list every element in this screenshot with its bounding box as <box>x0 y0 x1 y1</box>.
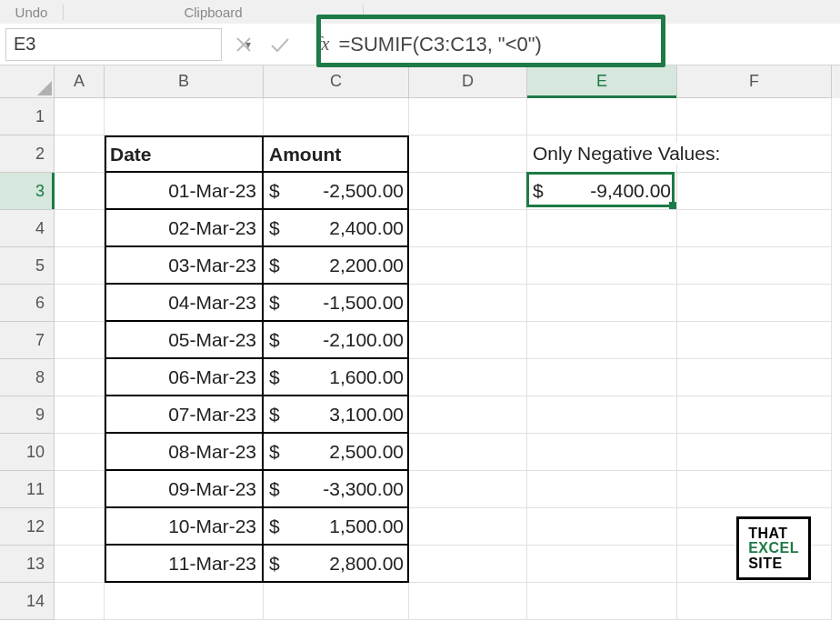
cell-C5[interactable]: $2,200.00 <box>264 247 409 285</box>
name-box-input[interactable] <box>6 33 245 55</box>
cell-B9[interactable]: 07-Mar-23 <box>105 396 264 434</box>
row-header-12[interactable]: 12 <box>0 508 55 546</box>
cell-C3[interactable]: $-2,500.00 <box>264 173 409 210</box>
cell-F6[interactable] <box>677 285 832 322</box>
cell-A11[interactable] <box>55 471 105 508</box>
cell-D5[interactable] <box>409 247 527 285</box>
cell-B11[interactable]: 09-Mar-23 <box>105 471 264 508</box>
col-header-E[interactable]: E <box>527 65 677 98</box>
cell-C11[interactable]: $-3,300.00 <box>264 471 409 508</box>
cell-E1[interactable] <box>527 98 677 135</box>
cell-D11[interactable] <box>409 471 527 508</box>
row-header-14[interactable]: 14 <box>0 583 55 620</box>
cell-C13[interactable]: $2,800.00 <box>264 546 409 583</box>
row-header-5[interactable]: 5 <box>0 247 55 285</box>
cell-D8[interactable] <box>409 359 527 396</box>
cell-E2[interactable]: Only Negative Values: <box>527 135 677 173</box>
cell-B7[interactable]: 05-Mar-23 <box>105 322 264 359</box>
row-header-8[interactable]: 8 <box>0 359 55 396</box>
row-header-6[interactable]: 6 <box>0 285 55 322</box>
cell-A3[interactable] <box>55 173 105 210</box>
cell-C1[interactable] <box>264 98 409 135</box>
row-header-13[interactable]: 13 <box>0 546 55 583</box>
cell-F5[interactable] <box>677 247 832 285</box>
cell-A2[interactable] <box>55 135 105 173</box>
row-header-11[interactable]: 11 <box>0 471 55 508</box>
cell-C6[interactable]: $-1,500.00 <box>264 285 409 322</box>
cell-F1[interactable] <box>677 98 832 135</box>
cell-C7[interactable]: $-2,100.00 <box>264 322 409 359</box>
row-header-10[interactable]: 10 <box>0 434 55 471</box>
cell-B12[interactable]: 10-Mar-23 <box>105 508 264 546</box>
cell-E5[interactable] <box>527 247 677 285</box>
row-header-4[interactable]: 4 <box>0 210 55 247</box>
cell-C4[interactable]: $2,400.00 <box>264 210 409 247</box>
cell-D7[interactable] <box>409 322 527 359</box>
cell-F4[interactable] <box>677 210 832 247</box>
cell-E6[interactable] <box>527 285 677 322</box>
insert-function-icon[interactable]: fx <box>316 34 329 55</box>
name-box-dropdown-icon[interactable]: ▾ <box>245 38 251 51</box>
col-header-F[interactable]: F <box>677 65 832 98</box>
col-header-D[interactable]: D <box>409 65 527 98</box>
cell-D1[interactable] <box>409 98 527 135</box>
cell-D10[interactable] <box>409 434 527 471</box>
cell-D4[interactable] <box>409 210 527 247</box>
col-header-B[interactable]: B <box>105 65 264 98</box>
cell-E12[interactable] <box>527 508 677 546</box>
cell-A14[interactable] <box>55 583 105 620</box>
cell-C8[interactable]: $1,600.00 <box>264 359 409 396</box>
cell-F9[interactable] <box>677 396 832 434</box>
cell-E9[interactable] <box>527 396 677 434</box>
cell-A5[interactable] <box>55 247 105 285</box>
cell-D2[interactable] <box>409 135 527 173</box>
cell-E11[interactable] <box>527 471 677 508</box>
formula-input[interactable] <box>333 32 840 57</box>
cell-E7[interactable] <box>527 322 677 359</box>
row-header-9[interactable]: 9 <box>0 396 55 434</box>
row-header-1[interactable]: 1 <box>0 98 55 135</box>
cell-C10[interactable]: $2,500.00 <box>264 434 409 471</box>
cell-D12[interactable] <box>409 508 527 546</box>
row-header-7[interactable]: 7 <box>0 322 55 359</box>
cell-F7[interactable] <box>677 322 832 359</box>
cell-B6[interactable]: 04-Mar-23 <box>105 285 264 322</box>
cell-B1[interactable] <box>105 98 264 135</box>
cell-D9[interactable] <box>409 396 527 434</box>
cell-C14[interactable] <box>264 583 409 620</box>
cell-B2[interactable]: Date <box>105 135 264 173</box>
cell-C9[interactable]: $3,100.00 <box>264 396 409 434</box>
cell-A12[interactable] <box>55 508 105 546</box>
row-header-3[interactable]: 3 <box>0 173 55 210</box>
cell-E4[interactable] <box>527 210 677 247</box>
cell-D3[interactable] <box>409 173 527 210</box>
cell-B3[interactable]: 01-Mar-23 <box>105 173 264 210</box>
cell-F14[interactable] <box>677 583 832 620</box>
name-box[interactable]: ▾ <box>5 28 222 61</box>
cell-A7[interactable] <box>55 322 105 359</box>
cell-B10[interactable]: 08-Mar-23 <box>105 434 264 471</box>
cell-D14[interactable] <box>409 583 527 620</box>
col-header-A[interactable]: A <box>55 65 105 98</box>
cell-grid[interactable]: DateAmountOnly Negative Values:01-Mar-23… <box>55 98 840 631</box>
cell-B13[interactable]: 11-Mar-23 <box>105 546 264 583</box>
col-header-C[interactable]: C <box>264 65 409 98</box>
cell-C12[interactable]: $1,500.00 <box>264 508 409 546</box>
cell-B8[interactable]: 06-Mar-23 <box>105 359 264 396</box>
cell-D13[interactable] <box>409 546 527 583</box>
cell-A6[interactable] <box>55 285 105 322</box>
cell-E14[interactable] <box>527 583 677 620</box>
cell-B14[interactable] <box>105 583 264 620</box>
cell-A13[interactable] <box>55 546 105 583</box>
select-all-button[interactable] <box>0 65 55 98</box>
cell-D6[interactable] <box>409 285 527 322</box>
cell-F3[interactable] <box>677 173 832 210</box>
cell-A4[interactable] <box>55 210 105 247</box>
cell-B4[interactable]: 02-Mar-23 <box>105 210 264 247</box>
row-header-2[interactable]: 2 <box>0 135 55 173</box>
cell-E13[interactable] <box>527 546 677 583</box>
cell-B5[interactable]: 03-Mar-23 <box>105 247 264 285</box>
cell-A8[interactable] <box>55 359 105 396</box>
cell-E10[interactable] <box>527 434 677 471</box>
cell-F11[interactable] <box>677 471 832 508</box>
